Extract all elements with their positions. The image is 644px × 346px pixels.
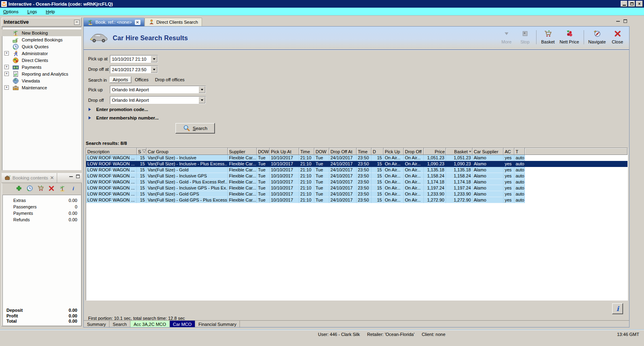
search-button[interactable]: Search [175,123,215,134]
pickup-combobox[interactable]: Orlando Intl Airport [110,86,206,93]
bottom-tab-summary[interactable]: Summary [84,321,109,327]
sidebar-item-new-booking[interactable]: New Booking [2,29,81,36]
doc-minimize-icon[interactable] [616,21,620,22]
sidebar-item-reporting-and-analytics[interactable]: +Reporting and Analytics [2,70,81,77]
result-row[interactable]: LOW ROOF WAGON ...15Van(Full Size) - Gol… [86,179,627,185]
column-header-label: Supplier [229,149,245,154]
close-button[interactable]: Close [608,29,627,45]
result-row[interactable]: LOW ROOF WAGON ...15Van(Full Size) - Inc… [86,185,627,191]
filter-funnel-icon [142,149,146,154]
column-header-time[interactable]: Time [357,148,372,155]
column-header-drop-off-at[interactable]: Drop Off At [329,148,357,155]
booking-contents-tab[interactable]: Booking contents ✕ [2,173,57,183]
add-button[interactable] [16,185,23,192]
column-header-description[interactable]: Description [86,148,137,155]
promotion-code-expander[interactable]: Enter promotion code... [89,107,148,112]
sidebar-item-label: Administrator [22,51,48,56]
info-button[interactable]: i [70,185,77,192]
sidebar-item-maintenance[interactable]: +Maintenance [2,84,81,91]
dropoff-at-dropdown-button[interactable] [151,66,157,73]
minimize-button[interactable] [621,1,627,7]
search-in-tab-offices[interactable]: Offices [132,76,152,83]
bottom-tab-financial-summary[interactable]: Financial Summary [195,321,240,327]
sidebar-item-viewdata[interactable]: Viewdata [2,77,81,84]
menu-item-help[interactable]: Help [46,9,55,14]
pickup-at-dropdown-button[interactable] [151,56,157,62]
column-header-price[interactable]: Price [424,148,446,155]
pickup-dropdown-button[interactable] [198,86,205,93]
close-button[interactable]: × [636,1,643,7]
info-button[interactable]: i [612,303,623,314]
result-row[interactable]: LOW ROOF WAGON ...15Van(Full Size) - Inc… [86,155,627,161]
delete-button[interactable] [48,185,55,192]
result-cell: LOW ROOF WAGON ... [86,179,137,185]
dropoff-dropdown-button[interactable] [198,97,205,103]
column-header-ac[interactable]: AC [504,148,514,155]
column-header-time[interactable]: Time [299,148,314,155]
column-header-d[interactable]: D [372,148,384,155]
column-header-drop-off[interactable]: Drop Off [404,148,424,155]
column-header-pick-up[interactable]: Pick Up [384,148,404,155]
sidebar-item-completed-bookings[interactable]: Completed Bookings [2,36,81,43]
holiday-button[interactable] [59,185,66,192]
column-header-t[interactable]: T [514,148,525,155]
tree-expand-icon[interactable]: + [4,51,9,56]
sidebar-item-label: New Booking [22,31,48,35]
document-tab[interactable]: Direct Clients Search [144,18,202,26]
car-icon [89,32,108,45]
result-row[interactable]: LOW ROOF WAGON ...15Van(Full Size) - Gol… [86,191,627,197]
availability-button[interactable] [27,185,33,192]
column-header-basket[interactable]: Basket [446,148,473,155]
booking-total-value: 0.00 [69,319,77,323]
tab-close-icon[interactable]: ✕ [135,20,140,25]
column-header-pick-up-at[interactable]: Pick Up At [270,148,299,155]
navigate-button[interactable]: Navigate [586,29,608,45]
bottom-tab-car-mco[interactable]: Car MCO [170,321,195,327]
tree-expand-icon[interactable]: + [4,72,9,76]
dropoff-at-combobox[interactable]: 24/10/2017 23:50 [110,66,158,73]
column-header-supplier[interactable]: Supplier [228,148,257,155]
booking-contents-close-icon[interactable]: ✕ [50,175,54,181]
tree-expand-icon[interactable]: + [4,85,9,90]
sidebar-item-payments[interactable]: +$Payments [2,64,81,70]
basket-button[interactable] [37,185,44,192]
sidebar-item-administrator[interactable]: +Administrator [2,50,81,57]
result-row[interactable]: LOW ROOF WAGON ...15Van(Full Size) - Inc… [86,161,627,167]
column-header-s[interactable]: S [137,148,147,155]
result-cell: 21:10 [299,155,314,161]
nett-price-button[interactable]: Nett Price [557,29,581,45]
result-cell: 23:50 [357,197,372,203]
basket-button[interactable]: Basket [539,29,557,45]
column-header-dow[interactable]: DOW [257,148,270,155]
tree-expand-icon[interactable]: + [4,65,9,69]
search-in-tab-drop-off-offices[interactable]: Drop off offices [152,76,188,83]
doc-maximize-icon[interactable] [623,19,627,23]
column-header-car-group[interactable]: Car Group [147,148,228,155]
menu-item-options[interactable]: Options [3,9,19,14]
panel-minimize-icon[interactable] [69,176,73,177]
panel-maximize-icon[interactable] [76,175,80,178]
sidebar-item-direct-clients[interactable]: Direct Clients [2,57,81,64]
booking-row-value: 0.00 [69,198,77,203]
bottom-tab-search[interactable]: Search [109,321,130,327]
bottom-tab-acc-3a-2c-mco[interactable]: Acc 3A,2C MCO [130,321,170,327]
sidebar-item-quick-quotes[interactable]: Quick Quotes [2,43,81,50]
document-tab[interactable]: Book. ref.: <none>✕ [83,18,144,26]
pickup-at-combobox[interactable]: 10/10/2017 21:10 [110,55,158,63]
column-header-dow[interactable]: DOW [314,148,329,155]
menu-item-logs[interactable]: Logs [27,9,37,14]
search-in-tab-airports[interactable]: Airports [109,76,132,83]
dropoff-combobox[interactable]: Orlando Intl Airport [110,96,206,104]
result-row[interactable]: LOW ROOF WAGON ...15Van(Full Size) - Inc… [86,173,627,179]
result-cell-filler [525,161,627,167]
collapse-panel-button[interactable]: − [74,20,80,25]
membership-number-expander[interactable]: Enter membership number... [89,115,159,120]
result-cell: yes [504,155,514,161]
column-header-car-supplier[interactable]: Car Supplier [473,148,504,155]
result-cell: 21:10 [299,167,314,173]
result-row[interactable]: LOW ROOF WAGON ...15Van(Full Size) - Gol… [86,167,627,173]
toolbox-icon [12,84,19,91]
result-row[interactable]: LOW ROOF WAGON ...15Van(Full Size) - Gol… [86,197,627,203]
restore-button[interactable] [628,1,635,7]
palm-tree-icon [87,19,93,26]
